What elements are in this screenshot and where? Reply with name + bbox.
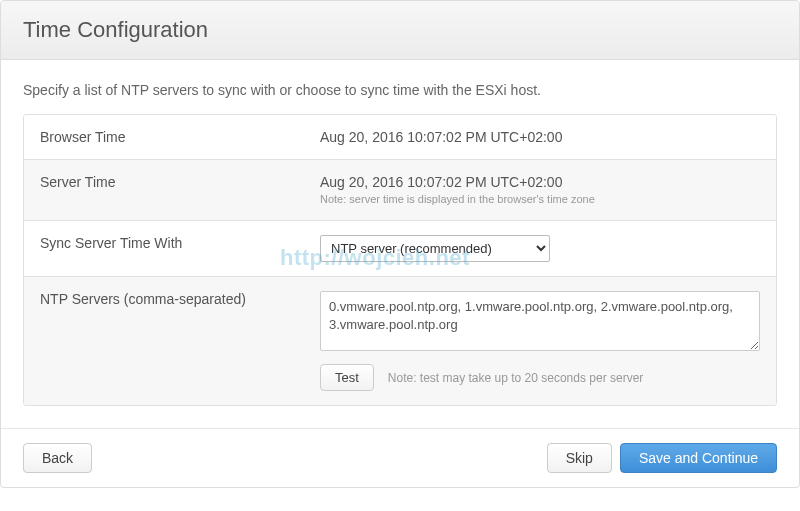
row-ntp-servers: NTP Servers (comma-separated) Test Note:… — [24, 277, 776, 405]
label-sync-with: Sync Server Time With — [24, 221, 304, 276]
panel-header: Time Configuration — [1, 1, 799, 60]
back-button[interactable]: Back — [23, 443, 92, 473]
save-continue-button[interactable]: Save and Continue — [620, 443, 777, 473]
label-server-time: Server Time — [24, 160, 304, 220]
label-ntp-servers: NTP Servers (comma-separated) — [24, 277, 304, 405]
page-title: Time Configuration — [23, 17, 777, 43]
row-browser-time: Browser Time Aug 20, 2016 10:07:02 PM UT… — [24, 115, 776, 160]
test-note: Note: test may take up to 20 seconds per… — [388, 371, 643, 385]
row-server-time: Server Time Aug 20, 2016 10:07:02 PM UTC… — [24, 160, 776, 221]
label-browser-time: Browser Time — [24, 115, 304, 159]
footer: Back Skip Save and Continue — [1, 428, 799, 487]
intro-text: Specify a list of NTP servers to sync wi… — [23, 82, 777, 98]
note-server-time: Note: server time is displayed in the br… — [320, 192, 760, 206]
test-button[interactable]: Test — [320, 364, 374, 391]
test-row: Test Note: test may take up to 20 second… — [320, 364, 760, 391]
skip-button[interactable]: Skip — [547, 443, 612, 473]
row-sync-with: Sync Server Time With NTP server (recomm… — [24, 221, 776, 277]
config-table: Browser Time Aug 20, 2016 10:07:02 PM UT… — [23, 114, 777, 406]
value-ntp-servers: Test Note: test may take up to 20 second… — [304, 277, 776, 405]
value-browser-time: Aug 20, 2016 10:07:02 PM UTC+02:00 — [304, 115, 776, 159]
sync-with-select[interactable]: NTP server (recommended) — [320, 235, 550, 262]
value-server-time: Aug 20, 2016 10:07:02 PM UTC+02:00 — [320, 174, 760, 190]
footer-left: Back — [23, 443, 92, 473]
value-sync-with: NTP server (recommended) — [304, 221, 776, 276]
panel-body: Specify a list of NTP servers to sync wi… — [1, 60, 799, 428]
footer-right: Skip Save and Continue — [547, 443, 777, 473]
ntp-servers-input[interactable] — [320, 291, 760, 351]
value-server-time-cell: Aug 20, 2016 10:07:02 PM UTC+02:00 Note:… — [304, 160, 776, 220]
time-configuration-panel: Time Configuration Specify a list of NTP… — [0, 0, 800, 488]
